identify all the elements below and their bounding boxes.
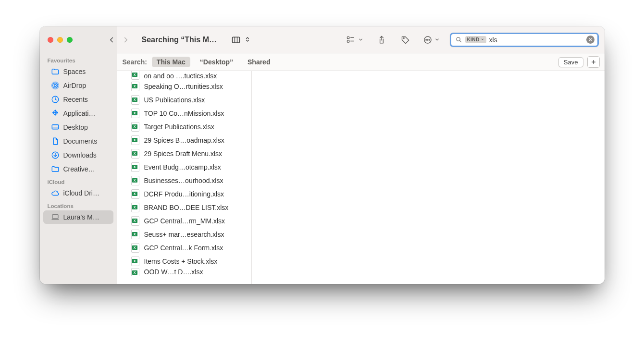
file-row[interactable]: Seuss+ mar…esearch.xlsx <box>117 228 251 241</box>
file-name: Speaking O…rtunities.xlsx <box>144 83 223 90</box>
file-name: TOP 10 Co…nMission.xlsx <box>144 110 224 117</box>
svg-rect-4 <box>347 40 349 42</box>
sidebar-item-recents[interactable]: Recents <box>43 93 113 106</box>
svg-rect-0 <box>232 37 239 43</box>
file-name: on and oo ….tuctics.xlsx <box>144 72 217 80</box>
excel-file-icon <box>131 82 139 91</box>
excel-file-icon <box>131 189 139 199</box>
more-actions-button[interactable] <box>422 33 441 47</box>
sidebar-item-documents[interactable]: Documents <box>43 134 113 148</box>
forward-button[interactable] <box>119 33 133 47</box>
sidebar-item-label: AirDrop <box>63 82 86 89</box>
search-field[interactable]: KIND xls <box>450 33 599 47</box>
excel-file-icon <box>131 176 139 185</box>
sidebar-item-label: Creative… <box>63 165 95 173</box>
file-row[interactable]: TOP 10 Co…nMission.xlsx <box>117 107 251 120</box>
file-row[interactable]: 29 Spices Draft Menu.xlsx <box>117 147 251 160</box>
excel-file-icon <box>131 256 139 266</box>
file-row[interactable]: GCP Central…k Form.xlsx <box>117 241 251 255</box>
view-mode-dropdown-icon <box>245 36 251 44</box>
chevron-down-icon <box>481 37 484 42</box>
file-row[interactable]: DCRF Produ…itioning.xlsx <box>117 187 251 201</box>
file-row[interactable]: 29 Spices B…oadmap.xlsx <box>117 134 251 147</box>
file-row[interactable]: OOD W…t D….xlsx <box>117 268 251 276</box>
search-scope-shared[interactable]: Shared <box>243 57 275 67</box>
airdrop-icon <box>51 81 60 90</box>
sidebar-item-creative-[interactable]: Creative… <box>43 162 113 176</box>
window-body: FavouritesSpacesAirDropRecentsApplicati…… <box>40 53 605 284</box>
doc-icon <box>51 137 60 146</box>
file-name: 29 Spices Draft Menu.xlsx <box>144 150 223 158</box>
sidebar: FavouritesSpacesAirDropRecentsApplicati…… <box>40 53 117 284</box>
back-button[interactable] <box>104 33 119 47</box>
search-scope-label: Search: <box>123 58 147 66</box>
sidebar-item-label: Recents <box>63 96 88 103</box>
excel-file-icon <box>131 135 139 145</box>
excel-file-icon <box>131 268 139 276</box>
share-button[interactable] <box>374 33 389 47</box>
sidebar-item-label: Laura’s M… <box>63 213 99 221</box>
file-row[interactable]: Businesses…ourhood.xlsx <box>117 174 251 187</box>
finder-window: Searching “This M… <box>40 26 605 284</box>
excel-file-icon <box>131 122 139 132</box>
file-row[interactable]: Event Budg…otcamp.xlsx <box>117 160 251 174</box>
sidebar-item-applicati-[interactable]: Applicati… <box>43 107 113 120</box>
sidebar-item-downloads[interactable]: Downloads <box>43 148 113 162</box>
folder-icon <box>51 67 60 76</box>
search-scope-bar: Search: This Mac“Desktop”Shared Save <box>117 53 605 71</box>
results-area: on and oo ….tuctics.xlsxSpeaking O…rtuni… <box>117 71 605 284</box>
window-title: Searching “This M… <box>142 36 217 44</box>
excel-file-icon <box>131 162 139 172</box>
kind-token-label: KIND <box>467 37 480 42</box>
view-mode-switch[interactable] <box>228 33 251 47</box>
tags-button[interactable] <box>398 33 413 47</box>
file-name: GCP Central…rm_MM.xlsx <box>144 217 225 225</box>
sidebar-item-label: Applicati… <box>63 110 96 117</box>
file-name: US Publications.xlsx <box>144 96 205 104</box>
file-row[interactable]: US Publications.xlsx <box>117 93 251 107</box>
search-scope-this-mac[interactable]: This Mac <box>152 57 190 67</box>
svg-rect-22 <box>52 125 59 129</box>
svg-point-11 <box>429 39 430 40</box>
file-row[interactable]: Speaking O…rtunities.xlsx <box>117 80 251 93</box>
file-name: DCRF Produ…itioning.xlsx <box>144 190 224 198</box>
file-row[interactable]: GCP Central…rm_MM.xlsx <box>117 214 251 228</box>
file-row[interactable]: Target Publications.xlsx <box>117 120 251 134</box>
file-name: BRAND BO…DEE LIST.xlsx <box>144 204 229 211</box>
sidebar-item-laura-s-m-[interactable]: Laura’s M… <box>43 210 113 224</box>
file-row[interactable]: on and oo ….tuctics.xlsx <box>117 71 251 80</box>
file-name: Seuss+ mar…esearch.xlsx <box>144 231 224 238</box>
excel-file-icon <box>131 203 139 212</box>
svg-rect-3 <box>347 37 349 38</box>
excel-file-icon <box>131 109 139 118</box>
close-window-button[interactable] <box>48 37 53 43</box>
download-icon <box>51 151 60 159</box>
desktop-icon <box>51 123 60 132</box>
sidebar-item-label: Desktop <box>63 123 88 131</box>
sidebar-item-icloud-dri-[interactable]: iCloud Dri… <box>43 186 113 200</box>
app-icon <box>51 109 60 118</box>
sidebar-item-airdrop[interactable]: AirDrop <box>43 79 113 92</box>
file-row[interactable]: Items Costs + Stock.xlsx <box>117 255 251 268</box>
main-pane: Search: This Mac“Desktop”Shared Save on … <box>117 53 605 284</box>
search-scope--desktop-[interactable]: “Desktop” <box>195 57 238 67</box>
save-search-button[interactable]: Save <box>558 57 583 67</box>
results-column[interactable]: on and oo ….tuctics.xlsxSpeaking O…rtuni… <box>117 71 252 284</box>
sidebar-item-label: Documents <box>63 137 98 145</box>
excel-file-icon <box>131 230 139 239</box>
file-name: Event Budg…otcamp.xlsx <box>144 163 221 171</box>
file-row[interactable]: BRAND BO…DEE LIST.xlsx <box>117 201 251 214</box>
sidebar-item-spaces[interactable]: Spaces <box>43 65 113 78</box>
group-by-button[interactable] <box>344 33 365 47</box>
sidebar-item-desktop[interactable]: Desktop <box>43 121 113 134</box>
search-kind-token[interactable]: KIND <box>465 36 486 43</box>
clock-icon <box>51 95 60 104</box>
sidebar-section-title: Favourites <box>40 55 117 64</box>
window-controls <box>48 37 73 43</box>
excel-file-icon <box>131 216 139 226</box>
search-term: xls <box>489 36 583 44</box>
add-rule-button[interactable] <box>587 56 600 68</box>
clear-search-button[interactable] <box>586 36 594 44</box>
minimize-window-button[interactable] <box>57 37 63 43</box>
zoom-window-button[interactable] <box>67 37 73 43</box>
